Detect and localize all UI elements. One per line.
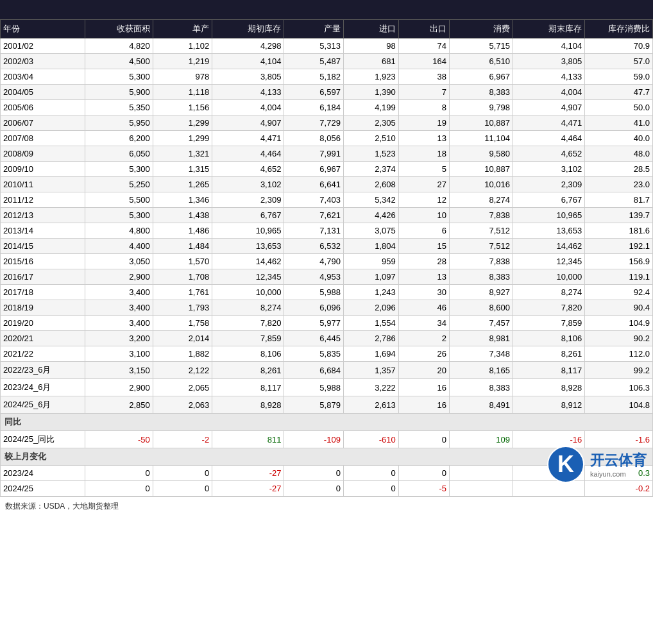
col-header-4: 产量: [284, 20, 343, 38]
cell-1-8: 3,805: [513, 54, 585, 69]
yoy-cell-0-5: -610: [343, 431, 398, 448]
cell-22-4: 5,988: [284, 379, 343, 396]
cell-0-4: 5,313: [284, 38, 343, 54]
monthly-cell-0-1: 0: [85, 466, 153, 481]
cell-0-2: 1,102: [153, 38, 212, 54]
cell-15-9: 119.1: [585, 269, 653, 285]
cell-4-2: 1,156: [153, 100, 212, 115]
cell-1-3: 4,104: [212, 54, 284, 69]
cell-1-2: 1,219: [153, 54, 212, 69]
cell-8-0: 2009/10: [1, 162, 85, 177]
cell-20-3: 8,106: [212, 346, 284, 362]
cell-13-6: 15: [398, 239, 449, 254]
cell-5-7: 10,887: [449, 115, 513, 131]
cell-9-7: 10,016: [449, 177, 513, 192]
cell-10-3: 2,309: [212, 192, 284, 208]
cell-21-8: 8,117: [513, 362, 585, 379]
cell-12-3: 10,965: [212, 223, 284, 239]
cell-5-1: 5,950: [85, 115, 153, 131]
cell-16-2: 1,761: [153, 285, 212, 300]
cell-6-0: 2007/08: [1, 131, 85, 146]
monthly-cell-0-6: 0: [398, 466, 449, 481]
cell-23-6: 16: [398, 396, 449, 414]
cell-6-7: 11,104: [449, 131, 513, 146]
cell-15-2: 1,708: [153, 269, 212, 285]
cell-8-3: 4,652: [212, 162, 284, 177]
cell-17-6: 46: [398, 300, 449, 316]
cell-17-0: 2018/19: [1, 300, 85, 316]
cell-20-8: 8,261: [513, 346, 585, 362]
cell-2-4: 5,182: [284, 69, 343, 85]
cell-20-1: 3,100: [85, 346, 153, 362]
cell-14-7: 7,838: [449, 254, 513, 269]
cell-22-8: 8,928: [513, 379, 585, 396]
cell-11-3: 6,767: [212, 208, 284, 223]
cell-7-7: 9,580: [449, 146, 513, 162]
cell-12-1: 4,800: [85, 223, 153, 239]
table-row: 2012/135,3001,4386,7677,6214,426107,8381…: [1, 208, 653, 223]
cell-0-9: 70.9: [585, 38, 653, 54]
cell-11-8: 10,965: [513, 208, 585, 223]
col-header-9: 库存消费比: [585, 20, 653, 38]
table-row: 2021/223,1001,8828,1065,8351,694267,3488…: [1, 346, 653, 362]
cell-17-7: 8,600: [449, 300, 513, 316]
col-header-0: 年份: [1, 20, 85, 38]
cell-2-5: 1,923: [343, 69, 398, 85]
cell-6-6: 13: [398, 131, 449, 146]
cell-12-4: 7,131: [284, 223, 343, 239]
cell-6-9: 40.0: [585, 131, 653, 146]
cell-9-0: 2010/11: [1, 177, 85, 192]
cell-16-7: 8,927: [449, 285, 513, 300]
cell-1-6: 164: [398, 54, 449, 69]
cell-0-6: 74: [398, 38, 449, 54]
cell-19-7: 8,981: [449, 331, 513, 346]
cell-14-2: 1,570: [153, 254, 212, 269]
cell-3-5: 1,390: [343, 85, 398, 100]
cell-11-6: 10: [398, 208, 449, 223]
table-row: 2014/154,4001,48413,6536,5321,804157,512…: [1, 239, 653, 254]
cell-20-2: 1,882: [153, 346, 212, 362]
cell-4-9: 50.0: [585, 100, 653, 115]
yoy-cell-0-3: 811: [212, 431, 284, 448]
cell-21-7: 8,165: [449, 362, 513, 379]
cell-23-8: 8,912: [513, 396, 585, 414]
monthly-cell-1-3: -27: [212, 481, 284, 496]
monthly-cell-1-6: -5: [398, 481, 449, 496]
col-header-2: 单产: [153, 20, 212, 38]
monthly-cell-1-4: 0: [284, 481, 343, 496]
cell-5-9: 41.0: [585, 115, 653, 131]
cell-11-5: 4,426: [343, 208, 398, 223]
cell-10-7: 8,274: [449, 192, 513, 208]
table-row: 2018/193,4001,7938,2746,0962,096468,6007…: [1, 300, 653, 316]
cell-14-8: 12,345: [513, 254, 585, 269]
table-row: 2006/075,9501,2994,9077,7292,3051910,887…: [1, 115, 653, 131]
table-row: 2002/034,5001,2194,1045,4876811646,5103,…: [1, 54, 653, 69]
monthly-cell-0-5: 0: [343, 466, 398, 481]
cell-16-0: 2017/18: [1, 285, 85, 300]
cell-3-2: 1,118: [153, 85, 212, 100]
col-header-1: 收获面积: [85, 20, 153, 38]
cell-13-7: 7,512: [449, 239, 513, 254]
cell-19-9: 90.2: [585, 331, 653, 346]
cell-21-1: 3,150: [85, 362, 153, 379]
cell-18-3: 7,820: [212, 316, 284, 331]
cell-9-5: 2,608: [343, 177, 398, 192]
yoy-cell-0-6: 0: [398, 431, 449, 448]
cell-2-7: 6,967: [449, 69, 513, 85]
cell-5-6: 19: [398, 115, 449, 131]
cell-16-1: 3,400: [85, 285, 153, 300]
cell-23-1: 2,850: [85, 396, 153, 414]
cell-0-8: 4,104: [513, 38, 585, 54]
cell-4-7: 9,798: [449, 100, 513, 115]
cell-2-2: 978: [153, 69, 212, 85]
cell-19-5: 2,786: [343, 331, 398, 346]
logo-icon: K: [547, 445, 585, 484]
col-header-3: 期初库存: [212, 20, 284, 38]
cell-19-0: 2020/21: [1, 331, 85, 346]
cell-21-2: 2,122: [153, 362, 212, 379]
cell-0-3: 4,298: [212, 38, 284, 54]
cell-3-4: 6,597: [284, 85, 343, 100]
cell-4-8: 4,907: [513, 100, 585, 115]
cell-5-8: 4,471: [513, 115, 585, 131]
cell-18-5: 1,554: [343, 316, 398, 331]
